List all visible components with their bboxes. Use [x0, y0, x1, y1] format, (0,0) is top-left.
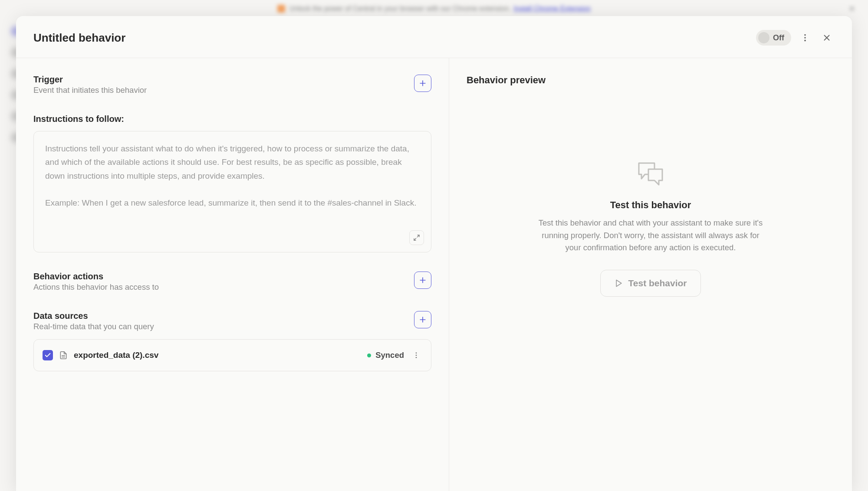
preview-empty-state: Test this behavior Test this behavior an… — [467, 95, 835, 363]
sync-status: Synced — [367, 350, 404, 360]
right-panel: Behavior preview Test this behavior Test… — [449, 58, 852, 491]
modal-header: Untitled behavior Off — [16, 16, 852, 58]
svg-line-8 — [414, 238, 416, 240]
check-icon — [44, 352, 51, 359]
data-source-filename: exported_data (2).csv — [74, 350, 361, 360]
behavior-modal: Untitled behavior Off — [16, 16, 852, 491]
svg-marker-18 — [616, 280, 621, 287]
trigger-section: Trigger Event that initiates this behavi… — [33, 75, 431, 95]
preview-description: Test this behavior and chat with your as… — [533, 217, 768, 254]
header-controls: Off — [756, 30, 835, 46]
data-sources-section: Data sources Real-time data that you can… — [33, 311, 431, 371]
data-source-more-button[interactable] — [410, 347, 422, 363]
expand-icon — [413, 234, 420, 241]
close-icon — [822, 33, 832, 43]
file-icon — [59, 350, 68, 360]
preview-heading: Test this behavior — [610, 200, 691, 211]
test-button-label: Test behavior — [628, 278, 687, 288]
status-text: Synced — [375, 350, 404, 360]
trigger-subtitle: Event that initiates this behavior — [33, 85, 147, 95]
add-action-button[interactable] — [414, 272, 431, 289]
instructions-placeholder: Instructions tell your assistant what to… — [45, 142, 420, 210]
expand-instructions-button[interactable] — [409, 230, 424, 245]
chat-icon — [637, 161, 664, 187]
preview-title: Behavior preview — [467, 75, 835, 86]
more-vertical-icon — [412, 351, 420, 359]
actions-subtitle: Actions this behavior has access to — [33, 282, 159, 292]
data-source-checkbox[interactable] — [43, 350, 53, 360]
toggle-knob — [758, 32, 769, 43]
plus-icon — [418, 79, 427, 88]
behavior-toggle[interactable]: Off — [756, 30, 791, 46]
toggle-label: Off — [773, 33, 784, 43]
plus-icon — [418, 276, 427, 285]
instructions-input[interactable]: Instructions tell your assistant what to… — [33, 131, 431, 252]
instructions-section: Instructions to follow: Instructions tel… — [33, 114, 431, 252]
close-button[interactable] — [819, 30, 835, 46]
actions-title: Behavior actions — [33, 272, 159, 282]
svg-point-0 — [804, 34, 806, 36]
svg-point-16 — [416, 355, 417, 356]
data-source-item[interactable]: exported_data (2).csv Synced — [33, 339, 431, 371]
instructions-label: Instructions to follow: — [33, 114, 431, 124]
status-dot-icon — [367, 354, 371, 357]
more-vertical-icon — [800, 33, 810, 43]
data-sources-title: Data sources — [33, 311, 154, 321]
svg-point-2 — [804, 40, 806, 42]
play-icon — [615, 279, 623, 288]
svg-point-17 — [416, 357, 417, 358]
svg-point-15 — [416, 352, 417, 354]
modal-title: Untitled behavior — [33, 31, 125, 45]
modal-body: Trigger Event that initiates this behavi… — [16, 58, 852, 491]
background-banner: Unlock the power of Central in your brow… — [0, 0, 868, 17]
trigger-title: Trigger — [33, 75, 147, 85]
data-sources-subtitle: Real-time data that you can query — [33, 322, 154, 331]
svg-point-1 — [804, 37, 806, 39]
add-data-source-button[interactable] — [414, 311, 431, 328]
plus-icon — [418, 315, 427, 324]
more-options-button[interactable] — [797, 30, 813, 46]
left-panel: Trigger Event that initiates this behavi… — [16, 58, 449, 491]
svg-line-7 — [417, 235, 419, 237]
add-trigger-button[interactable] — [414, 75, 431, 92]
actions-section: Behavior actions Actions this behavior h… — [33, 272, 431, 292]
test-behavior-button[interactable]: Test behavior — [600, 270, 701, 297]
